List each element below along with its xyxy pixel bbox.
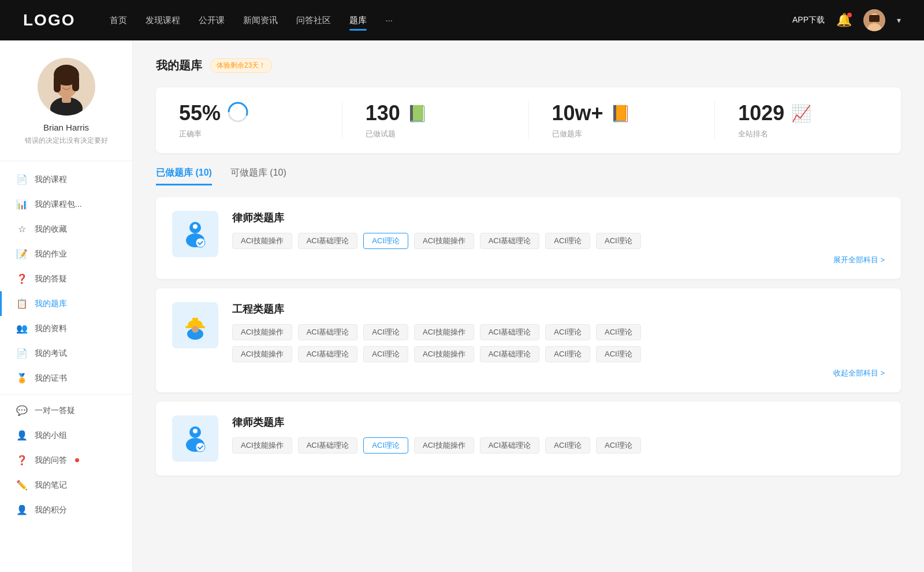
tag-lawyer1-5[interactable]: ACI理论 xyxy=(545,233,590,249)
stat-correct-rate: 55% 正确率 xyxy=(156,101,342,139)
tag-eng-r1-3[interactable]: ACI技能操作 xyxy=(414,324,474,340)
user-dropdown-chevron[interactable]: ▾ xyxy=(897,16,901,25)
nav-home[interactable]: 首页 xyxy=(110,13,127,28)
stat-value-ranking: 1029 xyxy=(738,101,784,125)
tab-available-banks[interactable]: 可做题库 (10) xyxy=(230,167,286,185)
tag-eng-r1-5[interactable]: ACI理论 xyxy=(545,324,590,340)
nav-question-bank[interactable]: 题库 xyxy=(349,13,367,28)
profile-name: Brian Harris xyxy=(43,122,89,132)
sidebar-item-homework[interactable]: 📝 我的作业 xyxy=(0,242,132,266)
sidebar-item-points[interactable]: 👤 我的积分 xyxy=(0,497,132,522)
notification-bell[interactable]: 🔔 xyxy=(836,13,852,28)
tag-lawyer1-2[interactable]: ACI理论 xyxy=(363,233,408,249)
nav-more[interactable]: ··· xyxy=(385,13,393,28)
chart-red-icon: 📈 xyxy=(791,104,811,123)
sidebar-item-label-my-courses: 我的课程 xyxy=(35,174,67,185)
tag-eng-r2-5[interactable]: ACI理论 xyxy=(545,346,590,362)
sidebar-divider-mid xyxy=(0,394,132,395)
sidebar-item-my-qa[interactable]: ❓ 我的问答 xyxy=(0,448,132,473)
profile-avatar xyxy=(38,58,95,116)
tag-eng-r2-2[interactable]: ACI理论 xyxy=(363,346,408,362)
tag-eng-r1-4[interactable]: ACI基础理论 xyxy=(480,324,540,340)
collapse-link-engineer[interactable]: 收起全部科目 > xyxy=(833,368,885,378)
materials-icon: 👥 xyxy=(16,323,28,334)
page-title: 我的题库 xyxy=(156,58,202,73)
app-download-button[interactable]: APP下载 xyxy=(792,15,825,25)
bank-card-lawyer-2: 律师类题库 ACI技能操作 ACI基础理论 ACI理论 ACI技能操作 ACI基… xyxy=(156,402,901,476)
trial-badge: 体验剩余23天！ xyxy=(210,58,272,73)
tag-lawyer1-6[interactable]: ACI理论 xyxy=(596,233,641,249)
stat-value-done-tests: 130 xyxy=(366,101,400,125)
sidebar-item-course-package[interactable]: 📊 我的课程包... xyxy=(0,192,132,217)
user-avatar-button[interactable] xyxy=(863,9,885,31)
tag-lawyer1-4[interactable]: ACI基础理论 xyxy=(480,233,540,249)
svg-point-25 xyxy=(196,443,205,452)
sidebar-profile: Brian Harris 错误的决定比没有决定要好 xyxy=(0,40,132,157)
tag-lawyer2-3[interactable]: ACI技能操作 xyxy=(414,437,474,454)
nav-discover[interactable]: 发现课程 xyxy=(146,13,180,28)
expand-link-lawyer-1[interactable]: 展开全部科目 > xyxy=(833,255,885,265)
tag-eng-r1-6[interactable]: ACI理论 xyxy=(596,324,641,340)
tag-eng-r2-1[interactable]: ACI基础理论 xyxy=(298,346,358,362)
nav-open-course[interactable]: 公开课 xyxy=(199,13,225,28)
sidebar-item-label-my-qa: 我的问答 xyxy=(35,455,67,466)
tag-eng-r2-4[interactable]: ACI基础理论 xyxy=(480,346,540,362)
my-qa-icon: ❓ xyxy=(16,455,28,466)
sidebar-item-exams[interactable]: 📄 我的考试 xyxy=(0,341,132,366)
sidebar-divider-top xyxy=(0,161,132,161)
sidebar-item-favorites[interactable]: ☆ 我的收藏 xyxy=(0,217,132,242)
sidebar-item-label-favorites: 我的收藏 xyxy=(35,224,67,235)
svg-point-17 xyxy=(196,238,205,247)
sidebar-item-certificates[interactable]: 🏅 我的证书 xyxy=(0,366,132,391)
tag-lawyer2-1[interactable]: ACI基础理论 xyxy=(298,437,358,454)
tag-eng-r2-3[interactable]: ACI技能操作 xyxy=(414,346,474,362)
tag-lawyer1-1[interactable]: ACI基础理论 xyxy=(298,233,358,249)
doc-orange-icon: 📙 xyxy=(610,104,631,123)
nav-qa[interactable]: 问答社区 xyxy=(296,13,331,28)
tag-lawyer2-6[interactable]: ACI理论 xyxy=(596,437,641,454)
exams-icon: 📄 xyxy=(16,348,28,359)
one-on-one-icon: 💬 xyxy=(16,405,28,416)
tag-lawyer2-2[interactable]: ACI理论 xyxy=(363,437,408,454)
tag-lawyer2-5[interactable]: ACI理论 xyxy=(545,437,590,454)
tag-lawyer1-3[interactable]: ACI技能操作 xyxy=(414,233,474,249)
sidebar-item-one-on-one[interactable]: 💬 一对一答疑 xyxy=(0,398,132,423)
topnav: LOGO 首页 发现课程 公开课 新闻资讯 问答社区 题库 ··· APP下载 … xyxy=(0,0,924,40)
svg-point-16 xyxy=(193,224,198,229)
tag-eng-r1-1[interactable]: ACI基础理论 xyxy=(298,324,358,340)
stat-label-done-tests: 已做试题 xyxy=(366,129,396,139)
sidebar-item-label-question-bank: 我的题库 xyxy=(35,299,67,309)
stats-row: 55% 正确率 130 📗 已做试题 xyxy=(156,87,901,153)
sidebar-item-qa[interactable]: ❓ 我的答疑 xyxy=(0,266,132,291)
notes-icon: ✏️ xyxy=(16,480,28,491)
tag-eng-r2-0[interactable]: ACI技能操作 xyxy=(232,346,292,362)
qa-icon: ❓ xyxy=(16,273,28,284)
bank-tags-engineer-row2: ACI技能操作 ACI基础理论 ACI理论 ACI技能操作 ACI基础理论 AC… xyxy=(232,346,885,362)
tag-lawyer2-0[interactable]: ACI技能操作 xyxy=(232,437,292,454)
page-header: 我的题库 体验剩余23天！ xyxy=(156,58,901,73)
nav-news[interactable]: 新闻资讯 xyxy=(243,13,278,28)
sidebar-item-notes[interactable]: ✏️ 我的笔记 xyxy=(0,473,132,497)
sidebar-item-my-courses[interactable]: 📄 我的课程 xyxy=(0,167,132,192)
sidebar-item-question-bank[interactable]: 📋 我的题库 xyxy=(0,291,132,316)
bank-info-lawyer-2: 律师类题库 ACI技能操作 ACI基础理论 ACI理论 ACI技能操作 ACI基… xyxy=(232,415,885,454)
tag-lawyer1-0[interactable]: ACI技能操作 xyxy=(232,233,292,249)
tag-eng-r2-6[interactable]: ACI理论 xyxy=(596,346,641,362)
sidebar-item-label-certificates: 我的证书 xyxy=(35,373,67,384)
bank-card-lawyer-1: 律师类题库 ACI技能操作 ACI基础理论 ACI理论 ACI技能操作 ACI基… xyxy=(156,197,901,279)
svg-rect-3 xyxy=(869,15,880,22)
qa-badge-dot xyxy=(75,458,79,462)
points-icon: 👤 xyxy=(16,504,28,515)
tab-done-banks[interactable]: 已做题库 (10) xyxy=(156,167,212,185)
bank-footer-lawyer-1: 展开全部科目 > xyxy=(232,255,885,265)
certificates-icon: 🏅 xyxy=(16,373,28,384)
bank-name-lawyer-1: 律师类题库 xyxy=(232,211,885,225)
sidebar-item-groups[interactable]: 👤 我的小组 xyxy=(0,423,132,448)
sidebar-item-materials[interactable]: 👥 我的资料 xyxy=(0,316,132,341)
tag-eng-r1-0[interactable]: ACI技能操作 xyxy=(232,324,292,340)
tag-lawyer2-4[interactable]: ACI基础理论 xyxy=(480,437,540,454)
logo: LOGO xyxy=(23,11,75,29)
sidebar-item-label-exams: 我的考试 xyxy=(35,348,67,359)
nav-links: 首页 发现课程 公开课 新闻资讯 问答社区 题库 ··· xyxy=(110,13,792,28)
tag-eng-r1-2[interactable]: ACI理论 xyxy=(363,324,408,340)
